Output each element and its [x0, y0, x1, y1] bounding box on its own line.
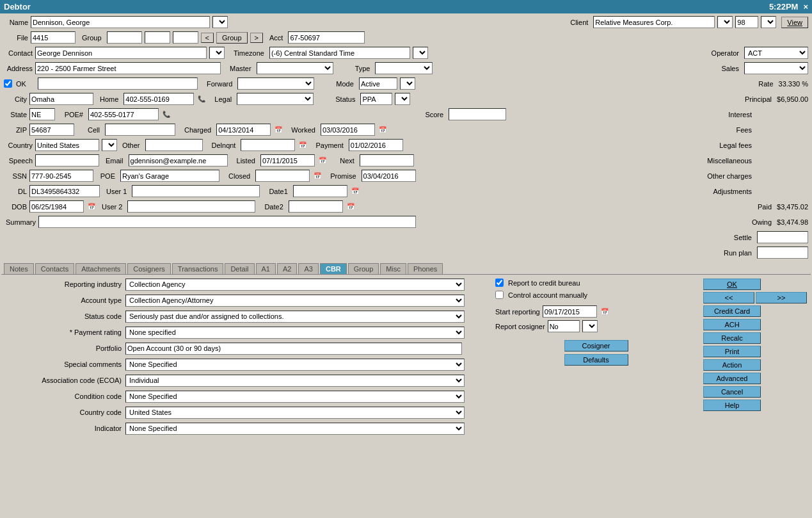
- charged-input[interactable]: [216, 124, 271, 136]
- email-input[interactable]: [129, 154, 228, 166]
- advanced-button[interactable]: Advanced: [703, 373, 761, 384]
- tab-attachments[interactable]: Attachments: [76, 263, 126, 274]
- score-input[interactable]: [449, 108, 506, 120]
- status-input[interactable]: [360, 93, 392, 105]
- mode-input[interactable]: [359, 77, 397, 90]
- ach-button[interactable]: ACH: [703, 319, 761, 330]
- cbr-payment-rating-select[interactable]: None specified: [125, 327, 465, 339]
- tab-a1[interactable]: A1: [256, 263, 276, 274]
- legal-select[interactable]: [237, 93, 314, 105]
- cal-icon-start-reporting[interactable]: 📅: [601, 308, 609, 315]
- master-select[interactable]: [257, 62, 333, 74]
- file-input[interactable]: [31, 31, 76, 44]
- help-button[interactable]: Help: [703, 400, 761, 411]
- client-input[interactable]: [593, 16, 715, 28]
- tab-cbr[interactable]: CBR: [320, 263, 347, 274]
- print-button[interactable]: Print: [703, 346, 761, 357]
- cbr-start-reporting-input[interactable]: [543, 305, 597, 318]
- contact-input[interactable]: [35, 47, 207, 59]
- zip-input[interactable]: [29, 124, 74, 136]
- next-button[interactable]: >>: [756, 292, 807, 304]
- state-input[interactable]: [29, 108, 55, 120]
- cbr-indicator-select[interactable]: None Specified: [125, 423, 465, 435]
- settle-input[interactable]: [757, 231, 808, 243]
- speech-input[interactable]: [35, 154, 99, 166]
- client-code-input[interactable]: [735, 16, 758, 28]
- delnqnt-input[interactable]: [241, 139, 295, 151]
- run-plan-input[interactable]: [757, 247, 808, 259]
- action-button[interactable]: Action: [703, 359, 761, 371]
- prev-button[interactable]: <<: [703, 292, 754, 304]
- tab-cosigners[interactable]: Cosigners: [127, 263, 171, 274]
- recalc-button[interactable]: Recalc: [703, 332, 761, 344]
- city-input[interactable]: [29, 93, 93, 105]
- date2-input[interactable]: [289, 200, 343, 213]
- cbr-account-type-select[interactable]: Collection Agency/Attorney: [125, 295, 465, 307]
- type-select[interactable]: [375, 62, 433, 74]
- tab-transactions[interactable]: Transactions: [172, 263, 224, 274]
- group-input2[interactable]: [145, 31, 170, 44]
- cal-icon-worked[interactable]: 📅: [379, 126, 386, 133]
- cal-icon-listed[interactable]: 📅: [319, 157, 326, 164]
- sales-select[interactable]: [744, 62, 808, 74]
- mode-dropdown[interactable]: ▼: [400, 77, 415, 90]
- cbr-association-code-select[interactable]: Individual: [125, 375, 465, 387]
- dob-input[interactable]: [29, 200, 84, 213]
- cal-icon-dob[interactable]: 📅: [88, 203, 95, 210]
- cal-icon-date2[interactable]: 📅: [347, 203, 354, 210]
- closed-input[interactable]: [255, 170, 310, 182]
- other-input[interactable]: [145, 139, 203, 151]
- cell-input[interactable]: [105, 124, 175, 136]
- phone-icon-home[interactable]: 📞: [198, 95, 205, 102]
- tab-phones[interactable]: Phones: [408, 263, 443, 274]
- phone-icon-poe[interactable]: 📞: [163, 111, 170, 118]
- cal-icon-charged[interactable]: 📅: [275, 126, 282, 133]
- home-input[interactable]: [123, 93, 194, 105]
- status-dropdown[interactable]: ▼: [395, 93, 410, 105]
- promise-input[interactable]: [362, 170, 416, 182]
- cbr-reporting-industry-select[interactable]: Collection Agency: [125, 279, 465, 291]
- cancel-button[interactable]: Cancel: [703, 386, 761, 398]
- forward-select[interactable]: [237, 77, 314, 90]
- timezone-input[interactable]: [269, 47, 410, 59]
- client-code-dropdown[interactable]: ▼: [761, 16, 776, 28]
- poe-input[interactable]: [120, 170, 219, 182]
- cal-icon-date1[interactable]: 📅: [351, 188, 359, 195]
- listed-input[interactable]: [260, 154, 315, 166]
- cbr-condition-code-select[interactable]: None Specified: [125, 391, 465, 403]
- tab-contacts[interactable]: Contacts: [35, 263, 74, 274]
- group-input[interactable]: [107, 31, 142, 44]
- view-button[interactable]: View: [781, 17, 808, 28]
- tab-group[interactable]: Group: [348, 263, 379, 274]
- defaults-button[interactable]: Defaults: [564, 354, 628, 366]
- cbr-portfolio-field[interactable]: [125, 343, 462, 355]
- tab-detail[interactable]: Detail: [225, 263, 254, 274]
- name-input[interactable]: [31, 16, 210, 28]
- control-account-manually-checkbox[interactable]: [495, 291, 504, 299]
- cbr-report-cosigner-input[interactable]: [548, 320, 580, 332]
- cbr-special-comments-select[interactable]: None Specified: [125, 359, 465, 371]
- cbr-report-cosigner-dropdown[interactable]: ▼: [582, 320, 598, 332]
- nav-group-button[interactable]: Group: [216, 32, 248, 44]
- report-to-bureau-checkbox[interactable]: [495, 279, 504, 287]
- user1-input[interactable]: [132, 185, 260, 197]
- tab-notes[interactable]: Notes: [4, 263, 34, 274]
- cbr-country-code-select[interactable]: United States: [125, 407, 465, 419]
- contact-dropdown[interactable]: ▼: [209, 47, 225, 59]
- acct-input[interactable]: [288, 31, 365, 44]
- group-input3[interactable]: [173, 31, 198, 44]
- name-dropdown[interactable]: ▼: [212, 16, 228, 28]
- client-dropdown[interactable]: ▼: [717, 16, 733, 28]
- close-button[interactable]: ×: [803, 2, 808, 12]
- timezone-dropdown[interactable]: ▼: [413, 47, 428, 59]
- date1-input[interactable]: [293, 185, 347, 197]
- summary-input[interactable]: [38, 216, 416, 228]
- cal-icon-delnqnt[interactable]: 📅: [299, 142, 306, 149]
- address-input[interactable]: [35, 62, 221, 74]
- ssn-input[interactable]: [29, 170, 93, 182]
- tab-misc[interactable]: Misc: [380, 263, 406, 274]
- country-input[interactable]: [35, 139, 99, 151]
- worked-input[interactable]: [321, 124, 375, 136]
- tab-a3[interactable]: A3: [298, 263, 318, 274]
- cal-icon-closed[interactable]: 📅: [314, 172, 321, 179]
